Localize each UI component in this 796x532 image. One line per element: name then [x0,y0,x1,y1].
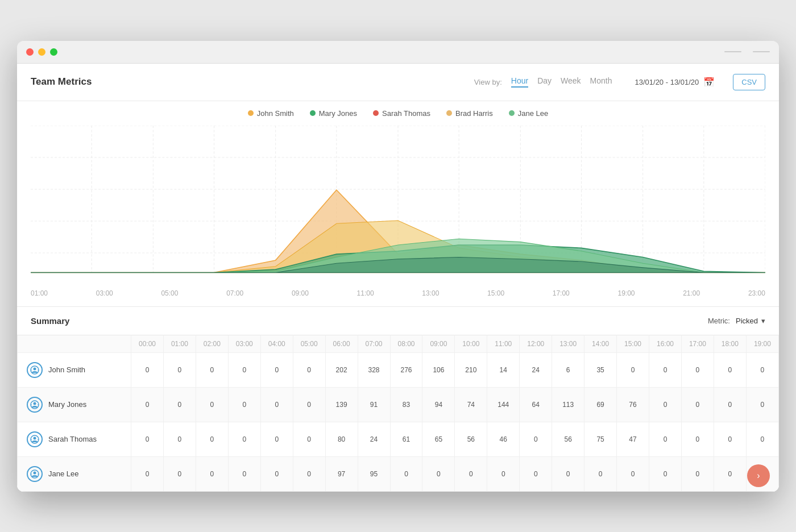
svg-point-27 [34,437,36,439]
csv-button[interactable]: CSV [733,74,765,90]
table-cell: 69 [584,387,617,422]
person-icon[interactable] [27,362,43,378]
legend-dot-john [248,110,254,116]
th-1200: 12:00 [520,335,552,352]
tab-month[interactable]: Month [590,76,612,88]
close-button[interactable] [26,48,34,56]
table-body: John Smith 00000020232827610621014246350… [18,352,779,491]
table-cell: 0 [649,456,682,491]
person-name: Sarah Thomas [48,435,97,443]
app-window: Team Metrics View by: Hour Day Week Mont… [17,41,779,492]
table-cell: 0 [390,456,422,491]
table-cell: 56 [455,422,487,456]
table-cell: 65 [422,422,455,456]
th-0800: 08:00 [390,335,422,352]
table-cell: 0 [617,352,649,387]
summary-header: Summary Metric: Picked ▾ [17,307,779,335]
table-cell: 0 [520,422,552,456]
view-by-label: View by: [474,78,502,86]
table-cell: 0 [293,387,325,422]
person-name: Jane Lee [48,469,79,478]
x-label-6: 13:00 [422,289,439,297]
metric-dropdown[interactable]: Picked ▾ [736,317,765,325]
tab-hour[interactable]: Hour [511,76,528,88]
table-row: Jane Lee 0000009795000000000000 [18,456,779,491]
table-cell: 0 [131,387,164,422]
table-cell: 47 [617,422,649,456]
table-cell: 0 [163,387,196,422]
table-cell: 91 [358,387,390,422]
table-cell: 94 [422,387,455,422]
th-1300: 13:00 [552,335,584,352]
x-label-4: 09:00 [292,289,309,297]
table-cell: 0 [293,352,325,387]
svg-point-19 [34,367,36,370]
th-1100: 11:00 [487,335,520,352]
minimize-button[interactable] [38,48,45,56]
titlebar-line-1 [724,51,741,52]
table-cell: 0 [714,422,746,456]
x-label-8: 17:00 [553,289,570,297]
table-row: Mary Jones 00000013991839474144641136976… [18,387,779,422]
data-table: 00:00 01:00 02:00 03:00 04:00 05:00 06:0… [17,335,779,492]
legend-dot-mary [310,110,316,116]
titlebar-line-2 [753,51,770,52]
table-cell: 0 [293,422,325,456]
titlebar [17,41,779,64]
table-cell: 0 [455,456,487,491]
header: Team Metrics View by: Hour Day Week Mont… [17,64,779,101]
svg-point-31 [34,471,36,474]
legend-item-mary: Mary Jones [310,109,357,118]
table-cell: 0 [196,352,228,387]
table-cell: 0 [649,352,682,387]
person-cell: John Smith [18,352,131,387]
table-wrapper[interactable]: 00:00 01:00 02:00 03:00 04:00 05:00 06:0… [17,335,779,492]
table-cell: 0 [746,387,778,422]
chart-area [31,126,765,285]
svg-point-23 [34,402,36,405]
table-cell: 0 [649,422,682,456]
tab-day[interactable]: Day [537,76,552,88]
person-icon[interactable] [27,397,43,413]
table-cell: 0 [293,456,325,491]
th-0900: 09:00 [422,335,455,352]
th-name [18,335,131,352]
table-cell: 276 [390,352,422,387]
th-0500: 05:00 [293,335,325,352]
legend-item-john: John Smith [248,109,294,118]
table-cell: 0 [520,456,552,491]
table-cell: 80 [325,422,358,456]
person-icon[interactable] [27,466,43,482]
table-cell: 0 [746,422,778,456]
x-label-7: 15:00 [487,289,504,297]
maximize-button[interactable] [50,48,57,56]
tab-week[interactable]: Week [561,76,581,88]
table-cell: 0 [260,352,293,387]
table-cell: 0 [228,352,260,387]
table-cell: 14 [487,352,520,387]
table-cell: 83 [390,387,422,422]
x-label-2: 05:00 [161,289,178,297]
table-cell: 0 [681,422,714,456]
table-cell: 0 [260,422,293,456]
table-cell: 24 [358,422,390,456]
x-label-3: 07:00 [226,289,243,297]
th-0200: 02:00 [196,335,228,352]
table-cell: 0 [260,456,293,491]
summary-title: Summary [31,316,69,326]
calendar-icon[interactable]: 📅 [703,77,715,88]
date-range: 13/01/20 - 13/01/20 📅 [635,77,715,88]
scroll-button[interactable]: › [747,464,770,487]
chevron-down-icon: ▾ [761,317,765,325]
person-icon[interactable] [27,431,43,447]
table-cell: 0 [617,456,649,491]
chart-svg [31,126,765,285]
th-1600: 16:00 [649,335,682,352]
page-title: Team Metrics [31,76,474,88]
table-cell: 0 [228,387,260,422]
th-0000: 00:00 [131,335,164,352]
table-cell: 64 [520,387,552,422]
th-1800: 18:00 [714,335,746,352]
table-cell: 75 [584,422,617,456]
table-row: John Smith 00000020232827610621014246350… [18,352,779,387]
